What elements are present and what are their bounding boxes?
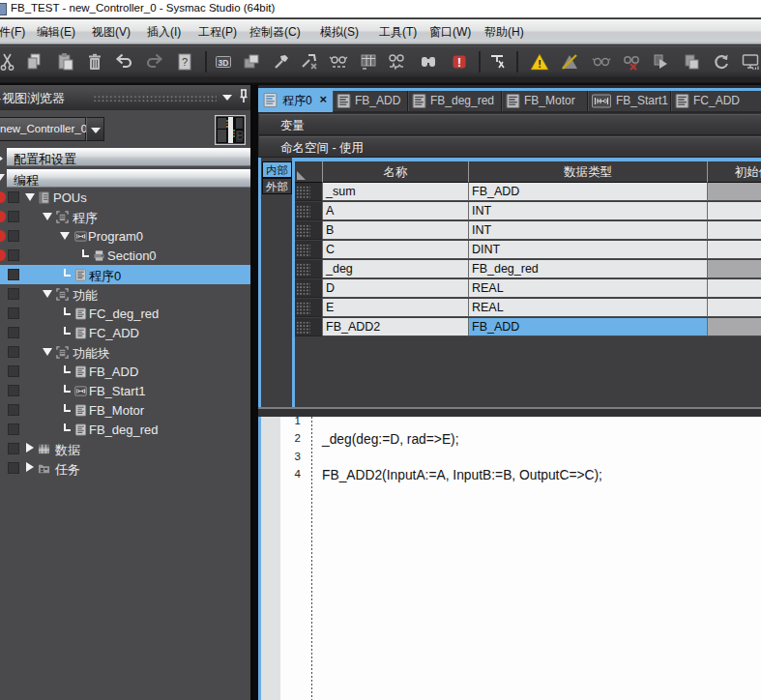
menu-edit[interactable]: 编辑(E) (37, 24, 75, 41)
expand-arrow-icon[interactable] (60, 232, 70, 240)
abort-icon[interactable]: ! (450, 52, 469, 72)
tab-fb-motor[interactable]: FB_Motor (502, 91, 588, 111)
menu-help[interactable]: 帮助(H) (484, 24, 524, 41)
column-header-name[interactable]: 名称 (323, 161, 469, 183)
row-handle[interactable] (295, 221, 323, 240)
tree-item-pous[interactable]: POUs (0, 188, 250, 207)
cell-initial[interactable] (708, 221, 761, 240)
tab-external-variables[interactable]: 外部 (262, 178, 292, 194)
table-row[interactable]: E REAL (295, 299, 761, 318)
close-icon[interactable]: × (319, 92, 327, 106)
cell-initial[interactable] (708, 202, 761, 220)
menu-insert[interactable]: 插入(I) (147, 24, 181, 41)
cell-datatype-selected[interactable]: FB_ADD (469, 318, 708, 336)
variables-section-bar[interactable]: 变量 (259, 114, 761, 135)
tree-item-function-blocks[interactable]: 功能块 (0, 342, 250, 362)
collapsed-arrow-icon[interactable] (26, 443, 34, 452)
table-row[interactable]: _sum FB_ADD (295, 183, 761, 202)
check-program-icon[interactable] (329, 52, 348, 72)
code-line[interactable]: FB_ADD2(InputA:=A, InputB:=B, OutputC=>C… (322, 468, 602, 482)
code-line[interactable]: _deg(deg:=D, rad=>E); (322, 432, 459, 447)
tab-program0[interactable]: 程序0 × (258, 88, 333, 112)
cell-initial[interactable] (708, 241, 761, 259)
row-handle[interactable] (295, 241, 323, 259)
tab-internal-variables[interactable]: 内部 (262, 161, 292, 178)
monitor-icon[interactable] (592, 52, 611, 72)
column-header-datatype[interactable]: 数据类型 (469, 161, 708, 183)
rebuild-icon[interactable] (300, 52, 319, 72)
cell-datatype[interactable]: INT (469, 202, 708, 220)
expand-arrow-icon[interactable] (43, 290, 52, 298)
tree-item-program0-st[interactable]: 程序0 (0, 265, 250, 284)
controller-selector-dropdown-button[interactable] (86, 117, 104, 141)
chevron-down-icon[interactable] (222, 95, 232, 101)
cell-datatype[interactable]: REAL (469, 299, 708, 317)
search-icon[interactable] (419, 52, 438, 72)
tree-item-fb-start1[interactable]: FB_Start1 (0, 381, 250, 400)
cut-icon[interactable] (0, 52, 17, 72)
help-icon[interactable]: ? (175, 52, 194, 72)
cell-name[interactable]: FB_ADD2 (323, 318, 469, 336)
delete-icon[interactable] (85, 52, 104, 72)
controller-selector[interactable]: new_Controller_0 (0, 117, 86, 141)
expand-arrow-icon[interactable] (43, 348, 52, 356)
menu-window[interactable]: 窗口(W) (429, 24, 471, 41)
row-handle[interactable] (295, 183, 323, 201)
tree-item-data[interactable]: 数据 (0, 439, 250, 458)
row-handle[interactable] (295, 260, 323, 278)
sync-icon[interactable] (712, 52, 731, 72)
column-header-initial[interactable]: 初始值 (708, 161, 761, 183)
tree-item-fb-deg-red[interactable]: FB_deg_red (0, 420, 250, 439)
menu-tools[interactable]: 工具(T) (379, 24, 417, 41)
cell-name[interactable]: D (323, 279, 469, 298)
tree-item-fc-deg-red[interactable]: FC_deg_red (0, 304, 250, 323)
tree-item-programs[interactable]: 程序 (0, 207, 250, 226)
panel-splitter-horizontal[interactable] (258, 407, 761, 417)
menu-view[interactable]: 视图(V) (92, 24, 131, 41)
tree-item-program0[interactable]: Program0 (0, 226, 250, 246)
cell-name[interactable]: B (323, 221, 469, 240)
tree-item-functions[interactable]: 功能 (0, 284, 250, 304)
section-expanded-arrow-icon[interactable] (0, 174, 5, 181)
row-handle[interactable] (295, 202, 323, 220)
section-collapsed-arrow-icon[interactable] (0, 154, 3, 163)
section-programming[interactable]: 编程 (7, 169, 250, 188)
tab-fb-add[interactable]: FB_ADD (333, 91, 408, 111)
table-row[interactable]: C DINT (295, 241, 761, 260)
row-handle[interactable] (295, 299, 323, 317)
paste-icon[interactable] (56, 52, 75, 72)
panel-splitter-vertical[interactable] (250, 85, 258, 700)
cell-datatype[interactable]: INT (469, 221, 708, 240)
tree-item-fb-add[interactable]: FB_ADD (0, 362, 250, 381)
tree-item-fc-add[interactable]: FC_ADD (0, 323, 250, 342)
tree-item-fb-motor[interactable]: FB_Motor (0, 400, 250, 420)
edit-tool-icon[interactable] (488, 52, 508, 72)
cell-datatype[interactable]: DINT (469, 241, 708, 259)
run-icon[interactable] (652, 52, 671, 72)
3d-view-icon[interactable]: 3D (214, 52, 233, 72)
cell-name[interactable]: E (323, 299, 469, 317)
table-row[interactable]: _deg FB_deg_red (295, 260, 761, 279)
cell-datatype[interactable]: REAL (469, 279, 708, 298)
table-row[interactable]: B INT (295, 221, 761, 241)
expand-arrow-icon[interactable] (43, 213, 52, 220)
row-handle[interactable] (295, 279, 323, 298)
cell-initial[interactable] (708, 299, 761, 317)
warning-off-icon[interactable] (560, 52, 579, 72)
menu-simulation[interactable]: 模拟(S) (320, 24, 359, 41)
menu-controller[interactable]: 控制器(C) (249, 24, 301, 41)
tree-item-section0[interactable]: Section0 (0, 246, 250, 265)
pin-icon[interactable] (239, 88, 249, 109)
cell-name[interactable]: _sum (323, 183, 469, 201)
row-handle[interactable] (295, 318, 323, 336)
menu-project[interactable]: 工程(P) (198, 24, 237, 41)
tree-item-tasks[interactable]: 任务 (0, 458, 250, 478)
redo-icon[interactable] (145, 52, 164, 72)
tab-fb-deg-red[interactable]: FB_deg_red (408, 91, 502, 111)
controller-monitor-icon[interactable] (741, 52, 760, 72)
monitor-off-icon[interactable] (622, 52, 641, 72)
table-row[interactable]: A INT (295, 202, 761, 221)
build-icon[interactable] (272, 52, 291, 72)
st-code-editor[interactable]: 1 2 _deg(deg:=D, rad=>E); 3 4 FB_ADD2(In… (258, 417, 761, 700)
online-check-icon[interactable] (387, 52, 406, 72)
